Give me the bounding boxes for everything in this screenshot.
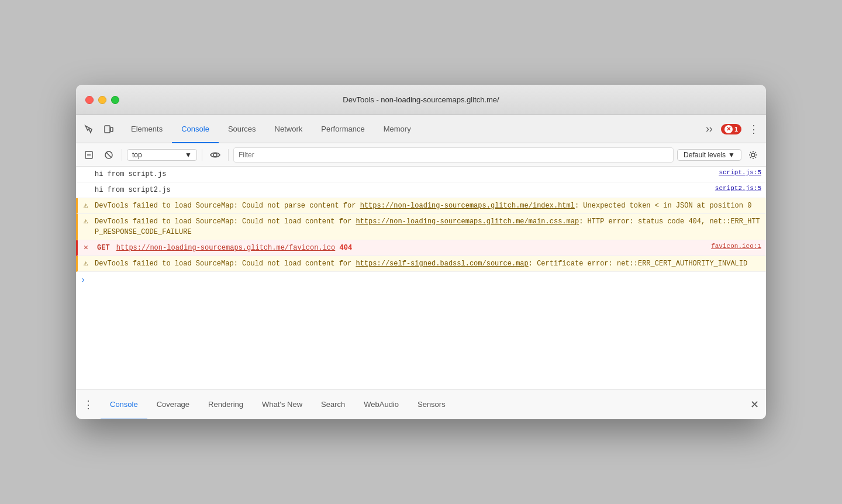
- tab-bar-right: ›› ✕ 1 ⋮: [702, 120, 761, 138]
- window-title: DevTools - non-loading-sourcemaps.glitch…: [343, 95, 499, 104]
- console-source-error-1[interactable]: favicon.ico:1: [711, 243, 761, 250]
- drawer-tab-rendering[interactable]: Rendering: [199, 389, 253, 420]
- more-tabs-button[interactable]: ››: [702, 120, 716, 137]
- console-content: hi from script.js script.js:5 hi from sc…: [76, 167, 766, 389]
- tab-console[interactable]: Console: [172, 115, 219, 143]
- console-row-2: hi from script2.js script2.js:5: [76, 182, 766, 198]
- svg-point-6: [751, 153, 755, 157]
- eye-icon-button[interactable]: [207, 147, 223, 163]
- toolbar-icons: [81, 121, 117, 137]
- toolbar-divider-2: [202, 149, 202, 161]
- drawer-tab-coverage[interactable]: Coverage: [147, 389, 199, 420]
- traffic-lights: [85, 96, 119, 104]
- console-message-2: hi from script2.js: [95, 185, 706, 195]
- drawer-tabs: Console Coverage Rendering What's New Se…: [101, 389, 743, 419]
- console-row-1: hi from script.js script.js:5: [76, 167, 766, 182]
- error-code-badge: 404: [339, 244, 352, 252]
- warning-link-3[interactable]: https://self-signed.badssl.com/source.ma…: [356, 260, 528, 268]
- minimize-button[interactable]: [98, 96, 106, 104]
- tab-memory[interactable]: Memory: [374, 115, 420, 143]
- tab-performance[interactable]: Performance: [312, 115, 374, 143]
- svg-point-5: [213, 153, 217, 157]
- console-row-warning-1: ⚠ DevTools failed to load SourceMap: Cou…: [76, 198, 766, 214]
- toolbar-divider-3: [228, 149, 229, 161]
- title-bar: DevTools - non-loading-sourcemaps.glitch…: [76, 85, 766, 115]
- filter-input[interactable]: [233, 147, 674, 163]
- error-method: GET: [97, 244, 110, 252]
- console-source-1[interactable]: script.js:5: [719, 169, 761, 176]
- inspect-element-icon[interactable]: [81, 121, 97, 137]
- drawer-close-button[interactable]: ✕: [743, 398, 766, 411]
- context-selector[interactable]: top ▼: [127, 149, 197, 161]
- drawer-tab-search[interactable]: Search: [312, 389, 354, 420]
- drawer-tab-sensors[interactable]: Sensors: [408, 389, 455, 420]
- close-button[interactable]: [85, 96, 94, 104]
- toolbar-divider: [122, 149, 122, 161]
- block-icon-button[interactable]: [101, 147, 117, 163]
- tab-sources[interactable]: Sources: [219, 115, 265, 143]
- console-message-warning-1: DevTools failed to load SourceMap: Could…: [95, 201, 761, 211]
- warning-link-1[interactable]: https://non-loading-sourcemaps.glitch.me…: [360, 202, 575, 210]
- warning-icon-3: ⚠: [84, 258, 88, 268]
- bottom-drawer: ⋮ Console Coverage Rendering What's New …: [76, 389, 766, 419]
- warning-icon-1: ⚠: [84, 201, 88, 210]
- console-row-warning-3: ⚠ DevTools failed to load SourceMap: Cou…: [76, 256, 766, 272]
- prompt-arrow: ›: [81, 275, 85, 285]
- error-badge-icon: ✕: [724, 125, 733, 133]
- devtools-window: DevTools - non-loading-sourcemaps.glitch…: [76, 85, 766, 419]
- console-row-error-1: ✕ GET https://non-loading-sourcemaps.gli…: [76, 240, 766, 256]
- error-badge: ✕ 1: [721, 124, 741, 134]
- clear-console-button[interactable]: [81, 147, 97, 163]
- console-toolbar: top ▼ Default levels ▼: [76, 143, 766, 167]
- default-levels-button[interactable]: Default levels ▼: [677, 149, 741, 161]
- console-message-error-1: GET https://non-loading-sourcemaps.glitc…: [95, 243, 702, 253]
- tab-bar: Elements Console Sources Network Perform…: [76, 115, 766, 143]
- console-prompt[interactable]: ›: [76, 272, 766, 288]
- svg-line-4: [106, 152, 112, 157]
- warning-icon-2: ⚠: [84, 216, 88, 226]
- drawer-tab-webaudio[interactable]: WebAudio: [354, 389, 408, 420]
- device-toolbar-icon[interactable]: [101, 121, 117, 137]
- error-icon-1: ✕: [84, 243, 88, 252]
- console-message-warning-3: DevTools failed to load SourceMap: Could…: [95, 258, 761, 269]
- drawer-more-button[interactable]: ⋮: [76, 398, 101, 411]
- warning-link-2[interactable]: https://non-loading-sourcemaps.glitch.me…: [356, 218, 579, 226]
- error-link-1[interactable]: https://non-loading-sourcemaps.glitch.me…: [116, 244, 335, 252]
- maximize-button[interactable]: [111, 96, 119, 104]
- console-message-1: hi from script.js: [95, 169, 709, 179]
- tab-elements[interactable]: Elements: [122, 115, 172, 143]
- tab-network[interactable]: Network: [265, 115, 312, 143]
- svg-rect-1: [111, 127, 113, 132]
- console-row-warning-2: ⚠ DevTools failed to load SourceMap: Cou…: [76, 214, 766, 240]
- console-message-warning-2: DevTools failed to load SourceMap: Could…: [95, 216, 761, 237]
- settings-gear-button[interactable]: [745, 147, 761, 163]
- drawer-tab-console[interactable]: Console: [101, 389, 147, 420]
- drawer-tab-whats-new[interactable]: What's New: [253, 389, 312, 420]
- console-source-2[interactable]: script2.js:5: [715, 185, 761, 192]
- more-options-button[interactable]: ⋮: [746, 120, 761, 138]
- svg-rect-0: [105, 126, 110, 133]
